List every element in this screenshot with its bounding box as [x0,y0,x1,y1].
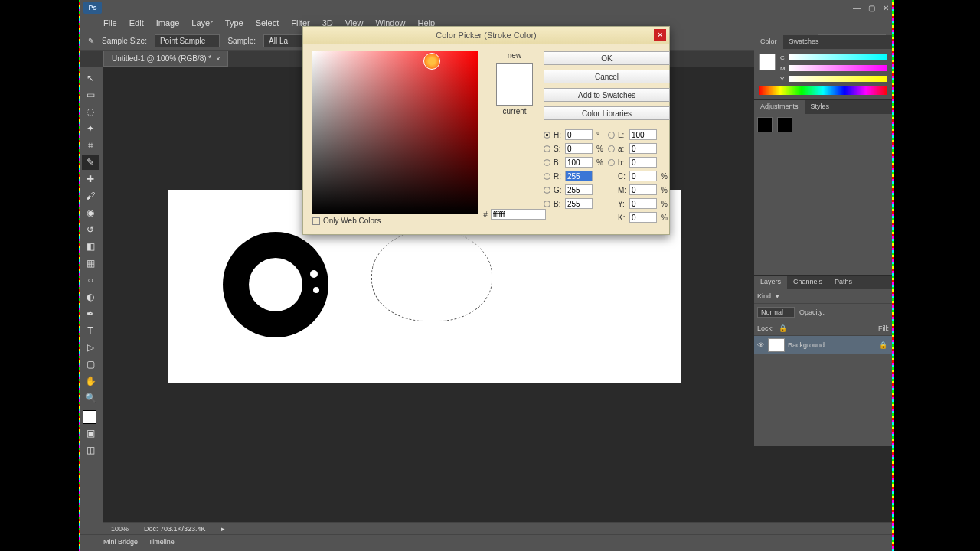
channels-tab[interactable]: Channels [787,276,828,289]
wand-tool-icon[interactable]: ✦ [82,121,99,136]
h-radio[interactable] [544,132,550,139]
a-input[interactable] [629,143,657,154]
play-icon[interactable]: ▸ [221,525,225,533]
menu-layer[interactable]: Layer [191,18,213,28]
color-libraries-button[interactable]: Color Libraries [544,106,670,120]
swatches-panel-tab[interactable]: Swatches [783,35,825,49]
document-tab[interactable]: Untitled-1 @ 100% (RGB/8) * × [103,51,228,67]
screen-mode-icon[interactable]: ▣ [82,425,99,441]
zoom-tool-icon[interactable]: 🔍 [82,390,99,406]
fg-bg-swatch[interactable] [759,54,776,70]
bl-input[interactable] [565,198,593,209]
type-tool-icon[interactable]: T [82,323,99,338]
shape-tool-icon[interactable]: ▢ [82,357,99,372]
menu-file[interactable]: File [103,18,117,28]
m-label: M: [618,186,627,194]
s-input[interactable] [565,143,593,154]
menu-type[interactable]: Type [225,18,243,28]
brush-tool-icon[interactable]: 🖌 [82,188,99,204]
yellow-slider[interactable] [789,76,887,82]
add-to-swatches-button[interactable]: Add to Swatches [544,88,670,102]
eraser-tool-icon[interactable]: ◧ [82,239,99,254]
r-input[interactable] [565,171,593,181]
path-tool-icon[interactable]: ▷ [82,340,99,355]
k-input[interactable] [629,212,657,223]
h-input[interactable] [565,129,593,140]
sample-label: Sample: [227,37,256,45]
dialog-titlebar[interactable]: Color Picker (Stroke Color) ✕ [303,27,669,44]
layer-thumbnail[interactable] [768,338,785,352]
close-button[interactable]: ✕ [883,4,889,12]
sample-size-dropdown[interactable]: Point Sample [155,34,220,47]
layer-row[interactable]: 👁 Background 🔒 [754,336,892,354]
mini-bridge-tab[interactable]: Mini Bridge [103,538,138,546]
quick-mask-icon[interactable]: ◫ [82,442,99,458]
lab-b-input[interactable] [629,157,657,168]
new-label: new [508,51,521,60]
cancel-button[interactable]: Cancel [544,70,670,83]
dodge-tool-icon[interactable]: ◐ [82,289,99,305]
hex-input[interactable] [491,209,546,220]
pen-tool-icon[interactable]: ✒ [82,306,99,321]
magenta-slider[interactable] [789,65,887,71]
history-brush-icon[interactable]: ↺ [82,222,99,237]
color-panel-tab[interactable]: Color [754,35,783,49]
y-label: Y: [618,200,627,208]
kind-label: Kind [757,292,771,300]
visibility-icon[interactable]: 👁 [757,341,765,349]
blur-tool-icon[interactable]: ○ [82,272,99,288]
heal-tool-icon[interactable]: ✚ [82,171,99,187]
b-radio[interactable] [544,159,550,166]
lock-icon[interactable]: 🔒 [779,324,787,332]
l-radio[interactable] [608,132,615,139]
eyedropper-tool-icon[interactable]: ✎ [82,155,99,170]
r-radio[interactable] [544,173,550,180]
sample-size-label: Sample Size: [102,37,147,45]
dialog-close-button[interactable]: ✕ [654,29,666,41]
minimize-button[interactable]: — [853,4,861,12]
c-input[interactable] [629,171,657,181]
crop-tool-icon[interactable]: ⌗ [82,138,99,153]
y-input[interactable] [629,198,657,209]
document-tab-close[interactable]: × [216,55,220,63]
sample-dropdown[interactable]: All La [263,34,302,47]
adjustment-preset[interactable] [777,117,792,132]
hand-tool-icon[interactable]: ✋ [82,373,99,389]
menu-image[interactable]: Image [156,18,180,28]
bl-radio[interactable] [544,201,550,207]
styles-tab[interactable]: Styles [805,100,836,114]
g-label: G: [554,186,563,194]
g-radio[interactable] [544,187,550,194]
saturation-value-field[interactable] [312,51,478,214]
lasso-tool-icon[interactable]: ◌ [82,104,99,119]
l-input[interactable] [629,129,657,140]
layers-tab[interactable]: Layers [754,276,787,289]
color-picker-dialog: Color Picker (Stroke Color) ✕ Only Web C… [302,26,670,235]
right-panels: Color Swatches C M Y Adjustments Styles [754,35,892,447]
stamp-tool-icon[interactable]: ◉ [82,205,99,220]
m-input[interactable] [629,184,657,195]
s-radio[interactable] [544,145,550,152]
timeline-tab[interactable]: Timeline [149,538,175,546]
menu-edit[interactable]: Edit [129,18,144,28]
bp-input[interactable] [565,157,593,168]
g-input[interactable] [565,184,593,195]
cyan-slider[interactable] [789,54,887,60]
ok-button[interactable]: OK [544,51,670,65]
filter-icon[interactable]: ▾ [776,292,779,300]
blend-mode-dropdown[interactable]: Normal [757,307,795,318]
move-tool-icon[interactable]: ↖ [82,70,99,86]
adjustment-preset[interactable] [757,117,773,132]
color-ramp[interactable] [759,86,887,95]
gradient-tool-icon[interactable]: ▦ [82,256,99,271]
maximize-button[interactable]: ▢ [868,4,875,12]
a-radio[interactable] [608,145,615,152]
adjustments-tab[interactable]: Adjustments [754,100,805,114]
marquee-tool-icon[interactable]: ▭ [82,87,99,103]
zoom-level[interactable]: 100% [111,525,129,533]
foreground-color-swatch[interactable] [83,410,96,424]
web-colors-checkbox[interactable] [312,217,320,225]
lab-b-radio[interactable] [608,159,615,166]
paths-tab[interactable]: Paths [828,276,858,289]
menu-select[interactable]: Select [256,18,279,28]
